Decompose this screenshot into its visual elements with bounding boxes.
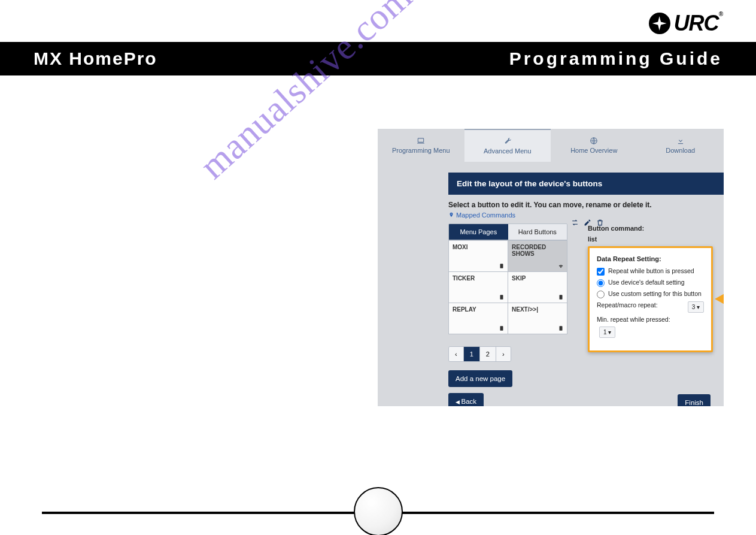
use-default-radio[interactable] <box>597 279 605 287</box>
svg-rect-0 <box>418 138 424 142</box>
repeat-macro-select[interactable]: 3 ▾ <box>688 301 704 313</box>
header-bar: MX HomePro Programming Guide <box>0 42 756 75</box>
wifi-icon <box>558 263 564 269</box>
tab-home-overview[interactable]: Home Overview <box>551 129 637 162</box>
brand-logo-text: URC® <box>674 11 722 36</box>
pagination: ‹ 1 2 › <box>448 346 511 362</box>
back-button[interactable]: ◀ Back <box>448 393 484 406</box>
pager-page-2[interactable]: 2 <box>480 347 496 361</box>
button-grid: MOXI RECORDED SHOWS TICKER SKIP <box>448 240 567 334</box>
tab-programming-menu[interactable]: Programming Menu <box>378 129 464 162</box>
use-default-label: Use device's default setting <box>608 279 685 287</box>
trash-icon[interactable] <box>596 218 604 229</box>
main-nav-tabs: Programming Menu Advanced Menu Home Over… <box>378 129 724 162</box>
grid-button[interactable]: MOXI <box>449 241 508 272</box>
grid-button[interactable]: SKIP <box>508 272 567 303</box>
svg-rect-3 <box>500 295 503 300</box>
panel-title: Edit the layout of the device's buttons <box>448 173 724 195</box>
download-icon <box>676 137 685 145</box>
pin-icon <box>448 212 454 218</box>
tab-label: Programming Menu <box>392 147 450 154</box>
header-title-right: Programming Guide <box>509 49 722 69</box>
page-footer <box>42 497 714 527</box>
repeat-while-pressed-checkbox[interactable] <box>597 268 605 276</box>
pager-prev[interactable]: ‹ <box>449 347 464 361</box>
wrench-icon <box>503 137 512 146</box>
use-custom-label: Use custom setting for this button <box>608 290 702 298</box>
device-icon <box>499 294 505 300</box>
pager-next[interactable]: › <box>496 347 511 361</box>
swap-icon[interactable] <box>571 218 579 229</box>
globe-icon <box>590 137 598 145</box>
page-number-circle <box>354 487 403 535</box>
button-mode-tabs: Menu Pages Hard Buttons <box>448 223 567 240</box>
repeat-panel-header: Data Repeat Setting: <box>597 255 704 262</box>
app-screenshot: Programming Menu Advanced Menu Home Over… <box>378 129 724 406</box>
finish-button[interactable]: Finish <box>678 394 711 406</box>
laptop-icon <box>417 137 425 145</box>
svg-rect-5 <box>500 326 503 331</box>
instruction-text: Select a button to edit it. You can move… <box>448 201 713 209</box>
grid-button-selected[interactable]: RECORDED SHOWS <box>508 241 567 272</box>
tab-hard-buttons[interactable]: Hard Buttons <box>508 224 567 240</box>
tab-advanced-menu[interactable]: Advanced Menu <box>464 129 551 162</box>
grid-button[interactable]: REPLAY <box>449 303 508 334</box>
min-repeat-select[interactable]: 1 ▾ <box>599 327 615 338</box>
min-repeat-label: Min. repeat while pressed: <box>597 316 670 324</box>
add-page-button[interactable]: Add a new page <box>448 370 512 387</box>
svg-marker-7 <box>715 292 724 306</box>
tab-label: Download <box>666 147 695 154</box>
svg-rect-4 <box>560 295 563 300</box>
device-icon <box>499 263 505 269</box>
action-toolbar <box>571 218 604 229</box>
device-icon <box>499 325 505 331</box>
header-title-left: MX HomePro <box>34 49 157 69</box>
repeat-macro-label: Repeat/macro repeat: <box>597 301 658 310</box>
svg-rect-6 <box>560 326 563 331</box>
brand-logo-mark <box>649 13 670 34</box>
brand-logo: URC® <box>649 11 722 36</box>
button-command-sub: list <box>588 235 713 243</box>
button-command-label: Button command: <box>588 225 713 232</box>
device-icon <box>558 294 564 300</box>
repeat-checkbox-label: Repeat while button is pressed <box>608 267 694 276</box>
edit-icon[interactable] <box>584 218 591 229</box>
use-custom-radio[interactable] <box>597 291 605 298</box>
device-icon <box>558 325 564 331</box>
pager-page-1[interactable]: 1 <box>464 347 480 361</box>
callout-arrow-icon <box>715 292 724 306</box>
tab-download[interactable]: Download <box>637 129 724 162</box>
tab-menu-pages[interactable]: Menu Pages <box>449 224 508 240</box>
data-repeat-panel: Data Repeat Setting: Repeat while button… <box>588 246 713 352</box>
svg-rect-2 <box>500 264 503 268</box>
tab-label: Advanced Menu <box>484 147 532 155</box>
tab-label: Home Overview <box>570 147 617 154</box>
grid-button[interactable]: TICKER <box>449 272 508 303</box>
grid-button[interactable]: NEXT/>>| <box>508 303 567 334</box>
